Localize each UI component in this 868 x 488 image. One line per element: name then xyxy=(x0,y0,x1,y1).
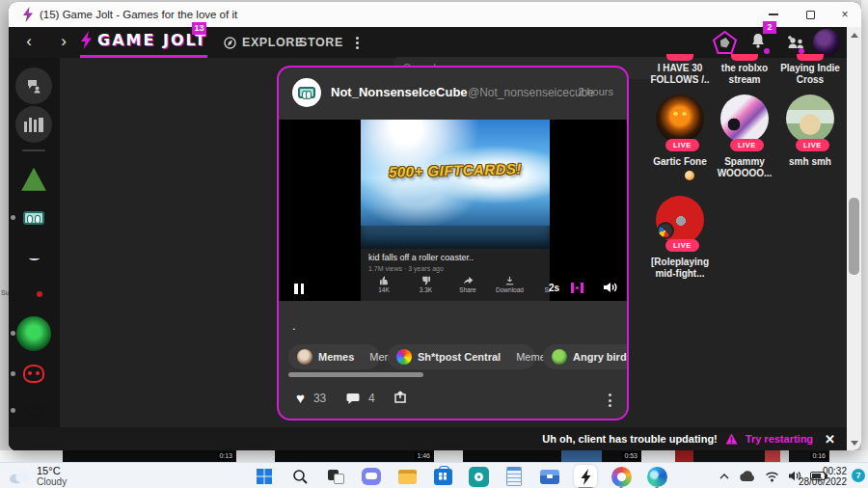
video-youtube-ui: kid falls off a roller coaster.. 1.7M vi… xyxy=(361,249,550,301)
maximize-button[interactable] xyxy=(794,2,827,27)
nav-store[interactable]: STORE xyxy=(299,27,343,58)
video-ocean-frame xyxy=(361,226,550,249)
share-post-button[interactable] xyxy=(393,391,407,404)
video-headline-text: 500+ GIFTCARDS! xyxy=(361,159,550,180)
microsoft-store-button[interactable] xyxy=(431,465,454,488)
file-explorer-button[interactable] xyxy=(395,465,419,488)
community-name: Memes xyxy=(318,351,354,363)
stream-label[interactable]: I HAVE 30 FOLLOWS /.. xyxy=(645,63,715,85)
window-title: (15) Game Jolt - Games for the love of i… xyxy=(40,9,237,20)
background-video-thumbnail[interactable]: 0:13 xyxy=(63,450,236,462)
horizontal-scrollbar-thumb[interactable] xyxy=(288,372,423,377)
community-avatar xyxy=(396,349,412,365)
share-icon xyxy=(393,391,407,404)
speaker-icon xyxy=(603,281,618,294)
edge-button[interactable] xyxy=(645,465,668,488)
toast-restart-link[interactable]: Try restarting xyxy=(746,433,813,445)
clock[interactable]: 00:32 28/06/2022 xyxy=(799,466,847,487)
close-button[interactable]: × xyxy=(828,2,861,27)
start-button[interactable] xyxy=(253,465,276,488)
logo-text: GAME JOLT xyxy=(97,31,207,49)
library-button[interactable] xyxy=(15,106,52,143)
top-navbar: ‹ › GAME JOLT 13 EXPLORE STORE xyxy=(9,27,847,58)
stream-avatar-gartic-fone[interactable] xyxy=(656,95,704,143)
gamejolt-app-button[interactable] xyxy=(574,465,597,488)
pill-divider xyxy=(358,344,366,369)
comment-button[interactable]: 4 xyxy=(346,392,375,405)
forward-button[interactable]: › xyxy=(53,31,74,54)
nav-more-menu[interactable] xyxy=(356,27,359,58)
background-window-edge-right xyxy=(861,0,868,462)
like-button[interactable]: ♥ 33 xyxy=(296,392,326,405)
thumbs-up-icon xyxy=(379,276,390,285)
stream-label[interactable]: Gartic Fone xyxy=(645,156,715,168)
vertical-scrollbar[interactable] xyxy=(847,27,861,450)
pause-button[interactable] xyxy=(294,284,304,294)
post-options-button[interactable] xyxy=(609,393,611,407)
store-label: STORE xyxy=(299,36,343,49)
post-author-avatar[interactable] xyxy=(292,78,321,107)
background-video-thumbnail[interactable]: 0:53 xyxy=(463,450,641,462)
gamejolt-logo[interactable]: GAME JOLT xyxy=(80,31,207,49)
toast-close-button[interactable]: ✕ xyxy=(825,432,835,447)
notification-center-badge[interactable]: 7 xyxy=(852,469,865,482)
post-header: Not_NonsenseIceCube @Not_nonsenseicecube… xyxy=(279,68,627,120)
search-button[interactable] xyxy=(288,465,312,488)
weather-widget[interactable]: 15°C Cloudy xyxy=(8,465,67,487)
scroll-down-arrow[interactable] xyxy=(851,441,858,446)
titlebar[interactable]: (15) Game Jolt - Games for the love of i… xyxy=(9,2,861,27)
back-button[interactable]: ‹ xyxy=(18,31,40,54)
youtube-download: Download xyxy=(491,276,529,293)
stream-label[interactable]: Spammy WOOOOO... xyxy=(710,156,779,178)
nav-explore[interactable]: EXPLORE xyxy=(223,27,304,58)
user-avatar[interactable] xyxy=(813,29,840,56)
background-window-edge-left: Su xyxy=(0,0,9,462)
wifi-icon[interactable] xyxy=(765,471,779,482)
volume-button[interactable] xyxy=(603,281,618,298)
notifications-unread-dot xyxy=(764,48,770,54)
sidebar-divider xyxy=(22,149,45,151)
video-content: 500+ GIFTCARDS! kid falls off a roller c… xyxy=(361,120,550,301)
post-body-text: . xyxy=(292,318,296,333)
windows-icon xyxy=(256,468,273,485)
community-avatar xyxy=(297,349,312,365)
community-pill-shtpost-central[interactable]: Sh*tpost Central Memes ★ xyxy=(388,344,535,369)
tray-chevron-icon[interactable] xyxy=(719,473,730,480)
unread-dot xyxy=(11,215,15,220)
video-player[interactable]: 500+ GIFTCARDS! kid falls off a roller c… xyxy=(279,120,627,301)
stream-avatar-spammy[interactable] xyxy=(720,95,769,143)
chat-button[interactable] xyxy=(360,465,383,488)
community-pill-memes[interactable]: Memes Memes xyxy=(288,344,380,369)
live-badge-partial xyxy=(666,54,693,61)
scrollbar-thumb[interactable] xyxy=(849,198,859,275)
briefcase-app-button[interactable] xyxy=(538,465,561,488)
live-badge: LIVE xyxy=(665,139,699,151)
stream-avatar-smh[interactable] xyxy=(786,95,834,143)
screen: Su 0:13 1:46 0:53 0:16 (15) Game Jolt - … xyxy=(0,0,868,488)
post-author-handle[interactable]: @Not_nonsenseicecube xyxy=(468,86,594,99)
palette-app-button[interactable] xyxy=(610,465,633,488)
folder-icon xyxy=(398,470,417,484)
stream-label[interactable]: Playing Indie Cross xyxy=(775,63,845,85)
notepad-button[interactable] xyxy=(502,465,526,488)
onedrive-icon[interactable] xyxy=(739,471,756,482)
post-author-name[interactable]: Not_NonsenseIceCube xyxy=(331,85,468,99)
sidebar-avatar-green-glitch[interactable] xyxy=(16,316,51,351)
background-video-thumbnail[interactable]: 1:46 xyxy=(275,450,434,462)
scroll-up-arrow[interactable] xyxy=(851,33,858,38)
activity-feed-button[interactable] xyxy=(15,68,52,104)
background-video-thumbnail[interactable]: 0:16 xyxy=(675,450,829,462)
stream-label[interactable]: the roblxo stream xyxy=(710,63,779,85)
stream-label[interactable]: smh smh xyxy=(775,156,845,168)
chat-user-icon xyxy=(24,76,43,95)
store-icon xyxy=(434,469,452,485)
stream-sub-avatar xyxy=(657,222,674,239)
youtube-action-row: 14K 3.3K Share xyxy=(365,276,550,293)
video-timestamp: 0:53 xyxy=(622,452,639,460)
youtube-save: Save xyxy=(532,276,550,293)
task-view-button[interactable] xyxy=(324,465,347,488)
stream-label[interactable]: [Roleplaying mid-fight... xyxy=(645,257,715,279)
teal-app-button[interactable] xyxy=(467,465,490,488)
community-pill-angry-birds[interactable]: Angry birds 18 xyxy=(543,344,629,369)
share-arrow-icon xyxy=(463,276,474,285)
